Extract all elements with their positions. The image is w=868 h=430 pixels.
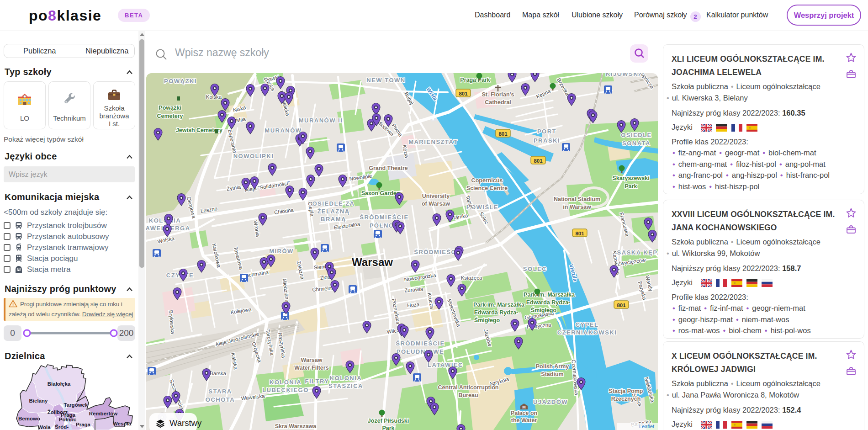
svg-text:Skaryszewski: Skaryszewski: [612, 175, 649, 181]
svg-text:SASKA KĘPA: SASKA KĘPA: [617, 249, 658, 256]
svg-text:OSIEDLE: OSIEDLE: [621, 132, 652, 138]
svg-text:NEW TOWN: NEW TOWN: [366, 77, 405, 84]
svg-text:Cathedral: Cathedral: [485, 99, 511, 106]
svg-text:BRAMĄ: BRAMĄ: [321, 216, 346, 223]
svg-text:LUBECKIEGO: LUBECKIEGO: [262, 387, 309, 393]
svg-text:Śród-: Śród-: [55, 424, 69, 430]
svg-text:Bielany: Bielany: [29, 398, 48, 403]
svg-text:CYPEL: CYPEL: [576, 321, 599, 328]
svg-text:ŚRÓDMIEŚCIE: ŚRÓDMIEŚCIE: [360, 214, 409, 221]
svg-text:Saxon Garden: Saxon Garden: [361, 190, 400, 196]
svg-text:OCHOTA: OCHOTA: [206, 396, 235, 403]
svg-text:in Warsaw: in Warsaw: [563, 204, 591, 210]
svg-text:University: University: [422, 193, 450, 199]
svg-text:the Water: the Water: [511, 417, 537, 424]
svg-text:Cemetery: Cemetery: [157, 113, 183, 119]
svg-text:National Stadium: National Stadium: [554, 196, 600, 202]
svg-text:Park: Park: [382, 425, 394, 430]
svg-text:St. Florian's: St. Florian's: [482, 91, 514, 98]
svg-text:Powązki: Powązki: [159, 105, 181, 111]
svg-text:Science Centre: Science Centre: [466, 185, 508, 191]
svg-text:KIJOWSKA: KIJOWSKA: [606, 73, 643, 77]
svg-text:Edwarda Rydza-: Edwarda Rydza-: [526, 299, 571, 306]
svg-text:Rzecznych: Rzecznych: [611, 396, 641, 402]
svg-text:Białołęka: Białołęka: [48, 381, 71, 387]
svg-text:Park: Park: [625, 183, 637, 190]
svg-text:PORT: PORT: [537, 128, 556, 135]
svg-text:Warsaw: Warsaw: [352, 256, 393, 268]
svg-text:Barska: Barska: [210, 371, 226, 376]
svg-text:M: M: [522, 405, 526, 409]
svg-text:MURANÓW II: MURANÓW II: [299, 117, 343, 124]
svg-text:Hoża: Hoża: [407, 302, 420, 308]
svg-text:FILTRY: FILTRY: [305, 378, 329, 385]
svg-text:KOLONIA: KOLONIA: [330, 375, 362, 382]
svg-text:Park im. Marszałka: Park im. Marszałka: [473, 302, 525, 308]
svg-text:Rembertów: Rembertów: [89, 411, 118, 416]
svg-text:Stacja Pomp: Stacja Pomp: [609, 388, 643, 394]
svg-text:STASZICA: STASZICA: [328, 382, 363, 389]
svg-text:Wola: Wola: [38, 425, 51, 430]
svg-text:801: 801: [617, 303, 626, 308]
svg-text:UJAZDÓW: UJAZDÓW: [533, 398, 568, 405]
svg-text:KOLONIA: KOLONIA: [270, 379, 302, 386]
svg-text:NOWOLIPKI: NOWOLIPKI: [233, 153, 274, 159]
svg-text:POŁUDNIOWE: POŁUDNIOWE: [397, 348, 445, 355]
svg-text:Śmigłego: Śmigłego: [531, 307, 557, 313]
svg-text:MARIENSZTAT: MARIENSZTAT: [408, 138, 458, 145]
svg-text:Józef Piłsudski: Józef Piłsudski: [368, 418, 409, 424]
svg-text:Copernicus: Copernicus: [471, 177, 503, 184]
svg-text:SOLEC: SOLEC: [523, 265, 547, 272]
svg-text:801: 801: [459, 91, 468, 96]
svg-text:Central Anticorruption: Central Anticorruption: [438, 384, 499, 391]
svg-text:Water Filters: Water Filters: [294, 365, 328, 371]
svg-text:STARA: STARA: [208, 388, 232, 395]
svg-text:Leaflet: Leaflet: [639, 424, 654, 429]
svg-text:Stadium: Stadium: [541, 371, 563, 377]
svg-text:Polish Army: Polish Army: [536, 363, 569, 370]
svg-text:801: 801: [534, 158, 543, 164]
svg-text:Śmigłego: Śmigłego: [474, 317, 500, 324]
svg-text:Praga Park: Praga Park: [460, 77, 490, 83]
svg-text:of Warsaw: of Warsaw: [422, 201, 450, 207]
svg-text:Bemowo: Bemowo: [18, 416, 40, 421]
svg-text:ŚRÓDMIEŚCIE: ŚRÓDMIEŚCIE: [396, 340, 445, 347]
svg-text:Grand Theatre: Grand Theatre: [369, 165, 408, 171]
svg-text:Bureau: Bureau: [458, 392, 478, 398]
svg-text:CZERNIAKOWSKI: CZERNIAKOWSKI: [557, 329, 617, 336]
svg-text:Palace on: Palace on: [511, 410, 537, 416]
svg-text:Park im. Marszałka: Park im. Marszałka: [524, 292, 575, 298]
svg-text:801: 801: [575, 231, 584, 236]
svg-text:801: 801: [498, 131, 508, 137]
svg-text:Książęca: Książęca: [461, 275, 482, 281]
svg-text:SONATA: SONATA: [622, 140, 651, 147]
svg-text:MURANÓW: MURANÓW: [265, 127, 302, 134]
svg-text:LATAWIEC: LATAWIEC: [428, 361, 463, 368]
svg-text:Edwarda Rydza-: Edwarda Rydza-: [474, 309, 519, 316]
svg-text:PRASKI: PRASKI: [534, 137, 560, 144]
svg-text:Praga: Praga: [76, 422, 91, 427]
svg-text:OSIEDLE ZA: OSIEDLE ZA: [312, 200, 355, 207]
svg-text:POWĄZKI: POWĄZKI: [164, 78, 197, 85]
svg-text:ŻELAZNĄ: ŻELAZNĄ: [317, 208, 349, 215]
svg-text:Skra Warszawa: Skra Warszawa: [275, 423, 317, 430]
svg-text:MIRÓW: MIRÓW: [269, 248, 294, 255]
svg-text:Warsaw: Warsaw: [301, 357, 323, 363]
svg-text:Wesoła: Wesoła: [113, 421, 132, 426]
svg-text:Północ: Północ: [59, 417, 77, 422]
svg-text:Targówek: Targówek: [64, 402, 88, 408]
